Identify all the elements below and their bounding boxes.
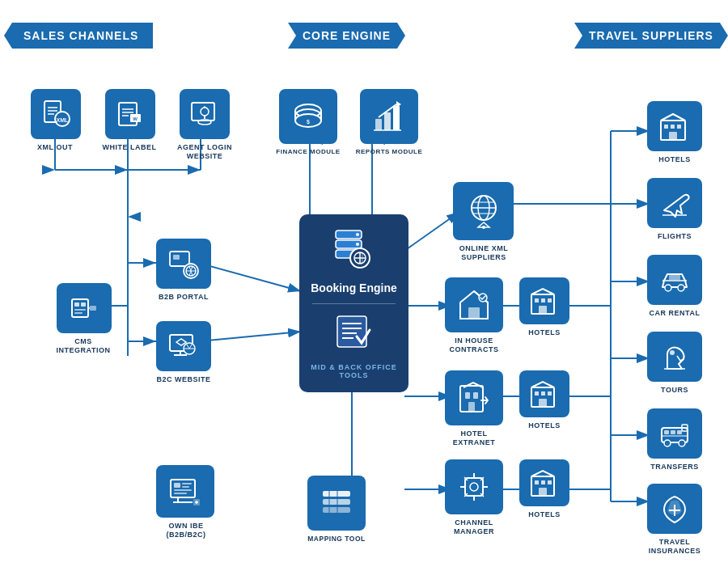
booking-engine-box: Booking Engine MID & BACK OFFICE TOOLS xyxy=(299,214,408,392)
svg-point-164 xyxy=(679,440,685,446)
hotels-he-icon xyxy=(527,376,562,412)
svg-rect-122 xyxy=(539,306,547,314)
svg-rect-62 xyxy=(90,306,96,311)
booking-engine-icon-top xyxy=(332,227,376,272)
hotels-he-label: HOTELS xyxy=(519,421,569,429)
mapping-tool-icon xyxy=(319,485,354,521)
b2c-website-icon xyxy=(166,328,201,364)
svg-rect-71 xyxy=(182,483,192,484)
svg-rect-74 xyxy=(174,493,187,494)
xml-out-label: XML OUT xyxy=(16,143,94,151)
own-ibe-box xyxy=(156,465,214,518)
agent-login-label: AGENT LOGINWEBSITE xyxy=(166,143,243,161)
svg-rect-106 xyxy=(323,507,350,513)
hotel-extranet-icon xyxy=(456,380,492,416)
reports-module-label: REPORTS MODULE xyxy=(348,148,430,155)
supplier-transfers-label: TRANSFERS xyxy=(647,463,702,471)
svg-point-93 xyxy=(356,243,359,246)
svg-rect-70 xyxy=(174,483,180,488)
supplier-hotels-label: HOTELS xyxy=(647,155,702,163)
supplier-flights-icon xyxy=(657,185,692,221)
supplier-insurance-label: TRAVELINSURANCES xyxy=(641,538,708,556)
supplier-car-icon xyxy=(657,262,692,298)
svg-rect-86 xyxy=(393,106,400,130)
svg-text:XML: XML xyxy=(57,117,70,123)
b2b-portal-box xyxy=(156,239,211,289)
hotels-cm-box xyxy=(519,459,569,506)
hotel-extranet-label: HOTELEXTRANET xyxy=(437,429,511,447)
reports-module-icon xyxy=(371,99,407,134)
online-xml-icon xyxy=(466,193,502,229)
svg-point-92 xyxy=(356,233,359,236)
hotels-ih-label: HOTELS xyxy=(519,328,569,336)
svg-rect-148 xyxy=(664,125,668,129)
own-ibe-label: OWN IBE(B2B/B2C) xyxy=(142,522,231,539)
svg-rect-161 xyxy=(671,430,675,434)
svg-point-50 xyxy=(201,108,209,116)
svg-rect-126 xyxy=(468,402,475,412)
svg-rect-132 xyxy=(465,478,483,496)
svg-rect-143 xyxy=(535,480,539,484)
svg-rect-104 xyxy=(323,491,350,497)
svg-rect-160 xyxy=(664,430,669,434)
booking-engine-sublabel: MID & BACK OFFICE TOOLS xyxy=(307,363,400,379)
svg-rect-128 xyxy=(535,391,539,396)
white-label-box: W xyxy=(105,89,155,139)
svg-rect-146 xyxy=(539,488,547,496)
booking-engine-label: Booking Engine xyxy=(311,281,397,294)
svg-rect-85 xyxy=(384,112,391,130)
svg-rect-59 xyxy=(81,302,86,307)
finance-module-icon: $ xyxy=(290,99,326,134)
supplier-car-label: CAR RENTAL xyxy=(647,309,702,317)
in-house-box xyxy=(445,277,503,332)
b2c-website-box xyxy=(156,321,211,371)
supplier-hotels-icon xyxy=(657,108,692,144)
svg-point-163 xyxy=(664,440,671,446)
svg-text:W: W xyxy=(133,116,138,121)
in-house-label: IN HOUSECONTRACTS xyxy=(437,336,511,354)
hotels-ih-icon xyxy=(527,283,562,319)
b2b-portal-label: B2B PORTAL xyxy=(156,293,211,301)
hotels-cm-icon xyxy=(527,465,562,501)
agent-login-icon xyxy=(187,96,222,132)
channel-manager-label: CHANNELMANAGER xyxy=(437,518,511,536)
svg-line-14 xyxy=(198,332,301,341)
svg-rect-144 xyxy=(541,480,545,484)
channel-manager-box xyxy=(445,459,503,514)
booking-engine-icon-bottom xyxy=(334,314,375,353)
svg-rect-105 xyxy=(323,499,350,505)
hotels-ih-box xyxy=(519,277,569,324)
supplier-car-box xyxy=(647,255,702,305)
cms-integration-box xyxy=(57,283,112,333)
svg-rect-150 xyxy=(677,125,681,129)
svg-point-157 xyxy=(670,350,675,355)
travel-suppliers-label: TRAVEL SUPPLIERS xyxy=(589,29,713,42)
supplier-transfers-icon xyxy=(657,416,692,451)
white-label-label: WHITE LABEL xyxy=(91,143,168,151)
svg-rect-58 xyxy=(74,302,79,307)
online-xml-box xyxy=(453,182,514,240)
cms-integration-icon xyxy=(66,290,102,326)
agent-login-box xyxy=(180,89,230,139)
b2c-website-label: B2C WEBSITE xyxy=(156,375,211,383)
own-ibe-icon xyxy=(167,474,203,510)
svg-point-133 xyxy=(470,483,478,491)
finance-module-label: FINANCE MODULE xyxy=(267,148,349,155)
finance-module-box: $ xyxy=(279,89,337,144)
channel-manager-icon xyxy=(456,469,492,505)
supplier-flights-box xyxy=(647,178,702,228)
hotels-he-box xyxy=(519,370,569,417)
svg-rect-121 xyxy=(548,298,552,302)
svg-rect-69 xyxy=(171,480,195,497)
hotel-extranet-box xyxy=(445,370,503,425)
svg-rect-145 xyxy=(548,480,552,484)
svg-rect-131 xyxy=(539,399,547,407)
svg-rect-119 xyxy=(535,298,539,302)
svg-rect-73 xyxy=(174,489,192,491)
online-xml-label: ONLINE XMLSUPPLIERS xyxy=(443,244,524,262)
mapping-tool-label: MAPPING TOOL xyxy=(295,535,378,543)
core-engine-label: CORE ENGINE xyxy=(303,29,391,42)
svg-rect-129 xyxy=(541,391,545,396)
cms-integration-label: CMSINTEGRATION xyxy=(44,337,122,355)
b2b-portal-icon xyxy=(166,246,201,281)
